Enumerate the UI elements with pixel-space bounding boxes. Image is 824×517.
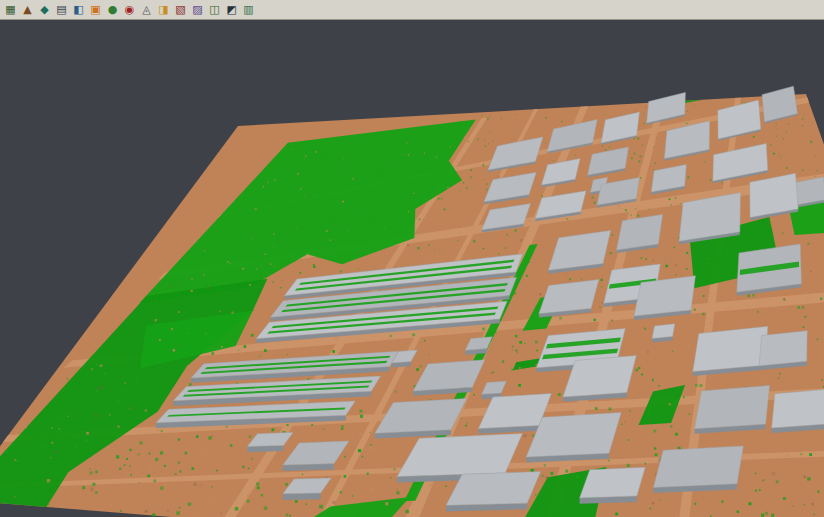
toolbar-icon-row: ▦▲◆▤◧▣●◉◬◨▧▨◫◩▥: [2, 1, 257, 18]
split-view-icon[interactable]: ◨: [155, 1, 172, 18]
building-roof: [759, 331, 807, 366]
building-wall: [283, 493, 321, 500]
toolbar: ▦▲◆▤◧▣●◉◬◨▧▨◫◩▥: [0, 0, 824, 20]
prism-icon[interactable]: ◬: [138, 1, 155, 18]
building-roof: [693, 326, 768, 371]
image-icon[interactable]: ◧: [70, 1, 87, 18]
building-roof: [580, 467, 646, 498]
layers-icon[interactable]: ▦: [2, 1, 19, 18]
hatch-icon[interactable]: ▧: [172, 1, 189, 18]
point-cloud-scene: [0, 20, 824, 517]
grid-icon[interactable]: ▤: [53, 1, 70, 18]
surface-icon[interactable]: ◆: [36, 1, 53, 18]
viewport-3d[interactable]: [0, 20, 824, 517]
building-roof: [772, 389, 824, 428]
app-window: { "window": { "background": "#45484e" },…: [0, 0, 824, 517]
building-roof: [695, 386, 770, 429]
table-icon[interactable]: ▥: [240, 1, 257, 18]
terrain-icon[interactable]: ▲: [19, 1, 36, 18]
texture-icon[interactable]: ▣: [87, 1, 104, 18]
points-icon[interactable]: ●: [104, 1, 121, 18]
corner-view-icon[interactable]: ◩: [223, 1, 240, 18]
panel-icon[interactable]: ◫: [206, 1, 223, 18]
mesh-icon[interactable]: ▨: [189, 1, 206, 18]
target-icon[interactable]: ◉: [121, 1, 138, 18]
building-roof: [653, 446, 743, 488]
building-roof: [652, 324, 675, 339]
